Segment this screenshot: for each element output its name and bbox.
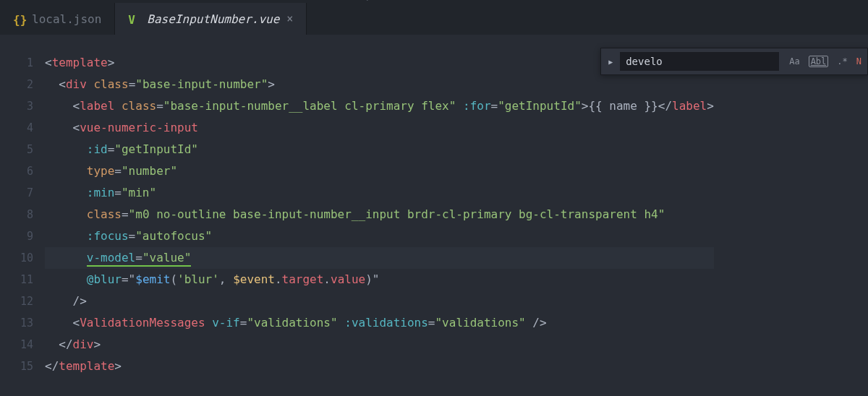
- code-line[interactable]: type="number": [45, 160, 714, 182]
- code-token: "value": [142, 251, 191, 267]
- code-token: ": [129, 272, 136, 286]
- code-token: [45, 207, 87, 221]
- code-token: "getInputId": [498, 99, 582, 113]
- code-line[interactable]: :focus="autofocus": [45, 225, 714, 247]
- code-token: "autofocus": [135, 229, 212, 243]
- find-input[interactable]: [620, 52, 779, 71]
- code-token: >: [108, 56, 115, 69]
- code-token: [45, 229, 87, 243]
- line-number: 3: [0, 95, 33, 117]
- find-widget[interactable]: ▶ Aa Abl .* N: [600, 48, 868, 75]
- line-number: 9: [0, 225, 33, 247]
- code-token: $event: [233, 272, 275, 286]
- code-token: .: [323, 272, 331, 286]
- line-number: 1: [0, 52, 33, 74]
- code-token: label: [672, 99, 707, 113]
- line-number-gutter: 123456789101112131415: [0, 35, 45, 396]
- code-line[interactable]: <label class="base-input-number__label c…: [45, 95, 714, 117]
- code-token: </: [45, 337, 73, 351]
- line-number: 4: [0, 117, 33, 139]
- line-number: 10: [0, 247, 33, 269]
- code-token: $emit: [135, 272, 170, 286]
- code-line[interactable]: class="m0 no-outline base-input-number__…: [45, 204, 714, 225]
- code-token: {{ name }}: [588, 99, 658, 113]
- code-token: template: [52, 56, 108, 69]
- code-token: =: [129, 77, 136, 91]
- code-token: :min: [87, 186, 115, 199]
- code-token: "validations": [435, 316, 525, 330]
- line-number: 8: [0, 204, 33, 225]
- code-token: <: [45, 77, 66, 91]
- expand-find-icon[interactable]: ▶: [608, 58, 613, 66]
- code-token: [45, 142, 87, 156]
- code-line[interactable]: v-model="value": [45, 247, 714, 269]
- code-token: />: [526, 316, 547, 330]
- code-token: "base-input-number": [135, 77, 268, 91]
- tab-label: local.json: [32, 12, 101, 26]
- code-token: [45, 186, 87, 199]
- code-token: "m0 no-outline base-input-number__input …: [129, 207, 665, 221]
- code-token: >: [582, 99, 589, 113]
- code-token: [205, 316, 213, 330]
- code-line[interactable]: />: [45, 290, 714, 312]
- whole-word-toggle[interactable]: Abl: [809, 56, 829, 67]
- code-token: [456, 99, 463, 113]
- line-number: 5: [0, 139, 33, 160]
- code-token: />: [45, 294, 87, 308]
- code-line[interactable]: <ValidationMessages v-if="validations" :…: [45, 312, 714, 334]
- code-token: <: [45, 121, 80, 134]
- tab-inactive[interactable]: {}local.json: [0, 3, 115, 35]
- line-number: 14: [0, 334, 33, 356]
- code-token: target: [282, 272, 324, 286]
- tab-active[interactable]: VBaseInputNumber.vue×: [115, 3, 307, 35]
- code-area[interactable]: <template> <div class="base-input-number…: [45, 35, 714, 396]
- code-token: :for: [463, 99, 491, 113]
- code-token: "number": [122, 164, 177, 178]
- code-token: =: [122, 207, 129, 221]
- line-number: 13: [0, 312, 33, 334]
- code-token: [114, 99, 122, 113]
- code-token: =: [114, 164, 122, 178]
- code-line[interactable]: :min="min": [45, 182, 714, 204]
- code-token: [87, 77, 94, 91]
- close-tab-icon[interactable]: ×: [286, 12, 293, 25]
- code-editor[interactable]: 123456789101112131415 <template> <div cl…: [0, 35, 868, 396]
- code-token: "validations": [247, 316, 337, 330]
- code-line[interactable]: <vue-numeric-input: [45, 117, 714, 139]
- code-line[interactable]: :id="getInputId": [45, 139, 714, 160]
- code-token: @blur: [87, 272, 122, 286]
- code-token: =: [129, 229, 136, 243]
- code-token: =: [491, 99, 498, 113]
- code-token: </: [45, 359, 59, 373]
- code-token: >: [114, 359, 122, 373]
- code-token: [45, 164, 87, 178]
- code-token: class: [87, 207, 122, 221]
- code-token: =: [240, 316, 247, 330]
- regex-toggle[interactable]: .*: [837, 56, 847, 66]
- code-line[interactable]: </template>: [45, 356, 714, 377]
- find-status-indicator: N: [856, 56, 861, 66]
- line-number: 11: [0, 269, 33, 290]
- code-token: vue-numeric-input: [80, 121, 198, 134]
- code-token: </: [658, 99, 672, 113]
- match-case-toggle[interactable]: Aa: [789, 56, 799, 66]
- code-token: "base-input-number__label cl-primary fle…: [163, 99, 456, 113]
- code-token: class: [93, 77, 128, 91]
- code-line[interactable]: @blur="$emit('blur', $event.target.value…: [45, 269, 714, 290]
- code-token: (: [170, 272, 177, 286]
- code-token: =: [114, 186, 122, 199]
- line-number: 12: [0, 290, 33, 312]
- code-token: >: [268, 77, 275, 91]
- code-token: [45, 251, 87, 264]
- code-token: "min": [122, 186, 156, 199]
- json-file-icon: {}: [13, 13, 25, 25]
- code-token: label: [80, 99, 114, 113]
- code-token: ValidationMessages: [80, 316, 205, 330]
- find-options: Aa Abl .* N: [789, 56, 861, 67]
- code-line[interactable]: </div>: [45, 334, 714, 356]
- line-number: 15: [0, 356, 33, 377]
- code-token: ): [365, 272, 373, 286]
- code-token: =: [108, 142, 115, 156]
- code-line[interactable]: <div class="base-input-number">: [45, 74, 714, 95]
- code-token: [45, 272, 87, 286]
